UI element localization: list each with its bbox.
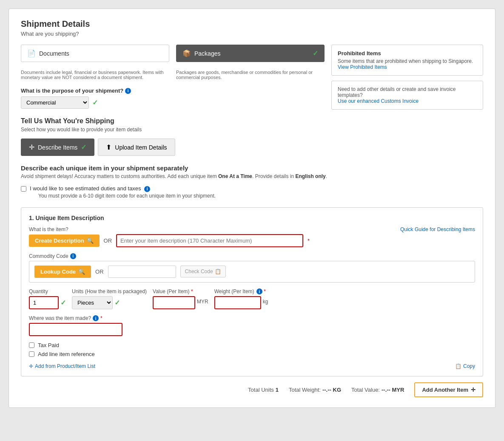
commodity-info-icon[interactable]: i: [70, 253, 76, 259]
prohibited-items-panel: Prohibited Items Some items that are pro…: [331, 45, 483, 76]
page-title: Shipment Details: [21, 19, 483, 29]
check-code-button[interactable]: Check Code 📋: [180, 266, 226, 277]
quick-guide-link[interactable]: Quick Guide for Describing Items: [400, 226, 475, 232]
item-detail-tabs: ✛ Describe Items ✓ ⬆ Upload Item Details: [21, 139, 483, 156]
purpose-valid-check: ✓: [92, 99, 98, 107]
quantity-label: Quantity: [29, 288, 66, 294]
describe-heading: Describe each unique item in your shipme…: [21, 164, 483, 172]
view-prohibited-link[interactable]: View Prohibited Items: [338, 64, 387, 70]
item-card-title: 1. Unique Item Description: [29, 215, 475, 221]
weight-label: Weight (Per Item) i *: [214, 288, 268, 295]
value-input[interactable]: [153, 296, 195, 309]
desc-required-star: *: [308, 237, 310, 244]
prohibited-items-text: Some items that are prohibited when ship…: [338, 58, 473, 64]
or-label-2: OR: [95, 269, 104, 275]
item-card-1: 1. Unique Item Description What is the i…: [21, 207, 483, 377]
add-another-button[interactable]: Add Another Item ✛: [414, 382, 483, 397]
packages-check: ✓: [313, 49, 318, 57]
value-field: Value (Per Item) * MYR: [153, 288, 208, 309]
quantity-input[interactable]: [29, 296, 59, 309]
customs-invoice-link[interactable]: Use our enhanced Customs Invoice: [338, 98, 419, 104]
commodity-code-section: Commodity Code i Lookup Code 🔍 OR Check …: [29, 253, 475, 283]
purpose-section: What is the purpose of your shipment? i …: [21, 88, 325, 109]
add-another-icon: ✛: [471, 387, 476, 393]
add-from-product-button[interactable]: ✛ Add from Product/Item List: [29, 363, 95, 369]
tax-paid-row: Tax Paid: [29, 342, 475, 348]
duties-info-icon[interactable]: i: [144, 186, 150, 192]
commodity-code-input[interactable]: [108, 266, 176, 278]
copy-icon: 📋: [455, 363, 461, 369]
duties-checkbox-row: I would like to see estimated duties and…: [21, 185, 483, 199]
or-label-1: OR: [104, 237, 112, 244]
units-label: Units (How the item is packaged): [72, 288, 147, 294]
where-made-section: Where was the item made? i *: [29, 315, 475, 336]
upload-icon: ⬆: [106, 143, 111, 151]
commodity-inner: Lookup Code 🔍 OR Check Code 📋: [29, 261, 475, 283]
shipment-type-documents-label: Documents: [39, 50, 69, 57]
duties-checkbox[interactable]: [21, 186, 26, 192]
describe-items-label: Describe Items: [38, 144, 77, 151]
package-icon: 📦: [182, 49, 191, 57]
units-select[interactable]: Pieces Boxes Kilograms Pounds: [72, 296, 113, 309]
describe-section-heading: Describe each unique item in your shipme…: [21, 164, 483, 179]
quantity-field: Quantity ✓: [29, 288, 66, 309]
item-description-input[interactable]: [116, 234, 303, 247]
shipment-type-documents[interactable]: 📄 Documents: [21, 45, 169, 62]
check-code-icon: 📋: [215, 269, 221, 274]
weight-input[interactable]: [214, 296, 261, 309]
shipment-type-packages[interactable]: 📦 Packages ✓: [176, 45, 325, 62]
shipment-type-row: 📄 Documents 📦 Packages ✓: [21, 45, 325, 62]
create-desc-icon: 🔍: [87, 237, 94, 244]
where-made-info-icon[interactable]: i: [93, 315, 99, 321]
weight-info-icon[interactable]: i: [256, 288, 262, 294]
where-made-input[interactable]: [29, 323, 122, 336]
documents-description: Documents include legal, financial or bu…: [21, 70, 169, 80]
lookup-icon: 🔍: [78, 269, 85, 275]
line-item-ref-label[interactable]: Add line item reference: [38, 351, 95, 357]
tell-us-desc: Select how you would like to provide you…: [21, 127, 483, 133]
weight-field: Weight (Per Item) i * kg: [214, 288, 268, 310]
describe-items-check: ✓: [81, 143, 86, 151]
packages-description: Packages are goods, merchandise or commo…: [176, 70, 325, 80]
page-subtitle: What are you shipping?: [21, 31, 483, 37]
description-input-row: Create Description 🔍 OR *: [29, 234, 475, 247]
weight-unit-label: kg: [263, 299, 268, 307]
line-item-ref-checkbox[interactable]: [29, 351, 34, 357]
total-units: Total Units 1: [248, 387, 279, 393]
currency-label: MYR: [197, 299, 208, 307]
total-value: Total Value: --.-- MYR: [351, 387, 404, 393]
item-card-footer: ✛ Add from Product/Item List 📋 Copy: [29, 363, 475, 369]
quantity-valid-check: ✓: [60, 299, 66, 307]
units-field: Units (How the item is packaged) Pieces …: [72, 288, 147, 309]
copy-button[interactable]: 📋 Copy: [455, 363, 475, 369]
tax-paid-label[interactable]: Tax Paid: [38, 342, 59, 348]
purpose-label: What is the purpose of your shipment? i: [21, 88, 325, 94]
purpose-info-icon[interactable]: i: [125, 88, 131, 94]
line-item-ref-row: Add line item reference: [29, 351, 475, 357]
tab-describe-items[interactable]: ✛ Describe Items ✓: [21, 139, 94, 156]
tell-us-section: Tell Us What You're Shipping Select how …: [21, 117, 483, 133]
tell-us-title: Tell Us What You're Shipping: [21, 117, 483, 125]
extra-checkboxes: Tax Paid Add line item reference: [29, 342, 475, 357]
invoice-panel: Need to add other details or create and …: [331, 81, 483, 110]
duties-checkbox-sublabel: You must provide a 6-10 digit item code …: [38, 193, 216, 199]
purpose-select[interactable]: Commercial Personal Gift Sample: [21, 96, 89, 109]
upload-item-details-label: Upload Item Details: [115, 144, 167, 151]
invoice-panel-text: Need to add other details or create and …: [338, 86, 456, 98]
total-bar: Total Units 1 Total Weight: --.-- KG Tot…: [21, 376, 483, 397]
units-valid-check: ✓: [114, 299, 120, 307]
document-icon: 📄: [27, 49, 36, 57]
duties-checkbox-label[interactable]: I would like to see estimated duties and…: [30, 185, 141, 192]
describe-items-icon: ✛: [29, 143, 34, 151]
where-made-label: Where was the item made? i *: [29, 315, 475, 321]
right-info-panels: Prohibited Items Some items that are pro…: [331, 45, 483, 117]
add-product-icon: ✛: [29, 363, 33, 369]
tax-paid-checkbox[interactable]: [29, 342, 34, 348]
tab-upload-item-details[interactable]: ⬆ Upload Item Details: [98, 139, 175, 156]
value-label: Value (Per Item) *: [153, 288, 208, 294]
total-weight: Total Weight: --.-- KG: [289, 387, 341, 393]
lookup-code-button[interactable]: Lookup Code 🔍: [34, 266, 91, 278]
describe-subtext: Avoid shipment delays! Accuracy matters …: [21, 173, 483, 179]
prohibited-items-title: Prohibited Items: [338, 50, 477, 57]
create-description-button[interactable]: Create Description 🔍: [29, 235, 100, 247]
